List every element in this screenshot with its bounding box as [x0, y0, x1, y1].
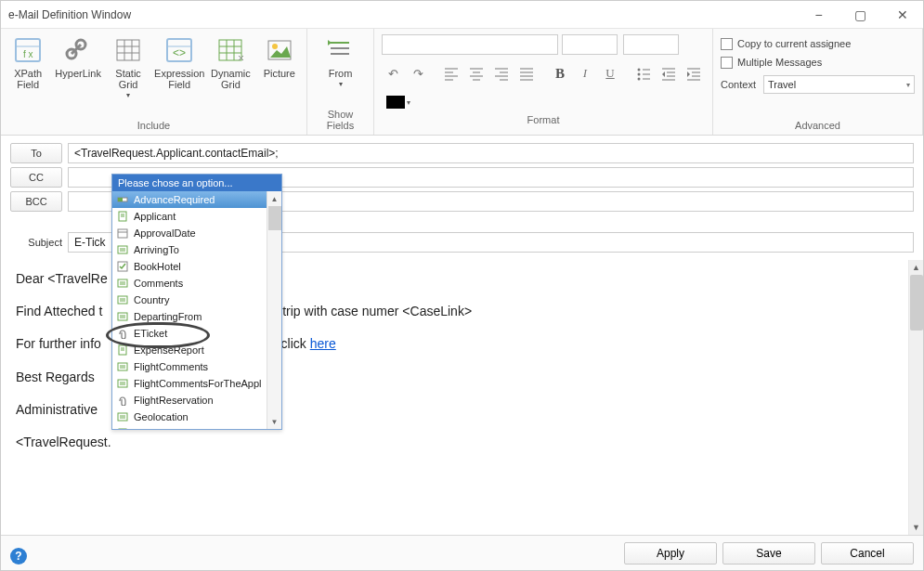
dynamic-grid-button[interactable]: Dynamic Grid	[209, 32, 252, 90]
picture-label: Picture	[264, 68, 295, 79]
checkbox-icon	[721, 38, 733, 50]
body-text: Best Regards	[16, 370, 95, 384]
body-text: Find Atteched t	[16, 304, 102, 318]
maximize-button[interactable]: ▢	[839, 1, 881, 29]
align-center-button[interactable]	[465, 62, 488, 84]
body-scrollbar[interactable]: ▲ ▼	[908, 260, 923, 535]
save-button[interactable]: Save	[722, 542, 815, 565]
popup-item-country[interactable]: Country	[112, 292, 281, 308]
popup-item-approvaldate[interactable]: ApprovalDate	[112, 225, 281, 241]
svg-rect-13	[219, 40, 241, 60]
from-button[interactable]: From ▾	[317, 32, 365, 88]
popup-item-expensereport[interactable]: ExpenseReport	[112, 342, 281, 358]
popup-item-comments[interactable]: Comments	[112, 275, 281, 292]
apply-button[interactable]: Apply	[624, 542, 717, 565]
font-size-select[interactable]	[562, 34, 618, 55]
svg-rect-58	[118, 229, 127, 238]
xpath-field-label: XPath Field	[7, 68, 49, 90]
scroll-up-icon: ▲	[267, 191, 281, 206]
scrollbar-thumb[interactable]	[268, 206, 281, 230]
txt-icon	[116, 360, 129, 373]
scrollbar-thumb[interactable]	[910, 275, 923, 331]
body-text: Administrative	[16, 402, 98, 417]
font-color-button[interactable]: ▾	[382, 93, 415, 111]
outdent-button[interactable]	[657, 62, 680, 84]
style-select[interactable]	[623, 34, 679, 55]
ribbon-group-include: f x XPath Field HyperLink Static Grid ▾	[1, 29, 307, 135]
popup-item-label: BookHotel	[134, 261, 181, 272]
popup-item-eticket[interactable]: ETicket	[112, 325, 281, 342]
svg-rect-76	[118, 363, 127, 370]
popup-item-flightcommentsfortheappl[interactable]: FlightCommentsForTheAppl	[112, 375, 281, 392]
svg-rect-67	[118, 296, 127, 304]
show-fields-group-title: Show Fields	[313, 109, 368, 133]
popup-item-bookhotel[interactable]: BookHotel	[112, 258, 281, 275]
bcc-button[interactable]: BCC	[10, 191, 62, 212]
static-grid-icon	[112, 34, 144, 66]
picture-button[interactable]: Picture	[258, 32, 301, 79]
popup-item-label: FlightComments	[134, 361, 208, 372]
svg-point-19	[272, 44, 278, 49]
svg-rect-70	[118, 313, 127, 320]
txt-icon	[116, 410, 129, 423]
svg-rect-79	[118, 380, 127, 387]
to-button[interactable]: To	[10, 143, 62, 163]
svg-point-41	[638, 73, 641, 76]
font-family-select[interactable]	[382, 34, 558, 55]
hyperlink-button[interactable]: HyperLink	[55, 32, 101, 79]
from-icon	[325, 34, 357, 66]
popup-item-hotel[interactable]: Hotel	[112, 425, 281, 429]
popup-item-advancerequired[interactable]: AdvanceRequired	[112, 191, 281, 208]
color-swatch-icon	[386, 96, 405, 109]
dynamic-grid-icon	[215, 34, 246, 66]
help-icon[interactable]: ?	[10, 548, 27, 565]
popup-item-applicant[interactable]: Applicant	[112, 208, 281, 225]
bold-button[interactable]: B	[549, 62, 571, 84]
align-left-button[interactable]	[440, 62, 462, 84]
multiple-messages-checkbox[interactable]: Multiple Messages	[721, 53, 915, 71]
align-right-button[interactable]	[490, 62, 513, 84]
popup-item-flightreservation[interactable]: FlightReservation	[112, 392, 281, 409]
from-label: From	[329, 68, 353, 79]
doc-icon	[116, 210, 129, 223]
cc-button[interactable]: CC	[10, 167, 62, 188]
close-button[interactable]: ✕	[881, 1, 923, 29]
minimize-button[interactable]: −	[798, 1, 839, 29]
popup-list: AdvanceRequiredApplicantApprovalDateArri…	[112, 191, 281, 429]
expression-field-label: Expression Field	[154, 68, 204, 90]
here-link[interactable]: here	[310, 336, 336, 351]
copy-assignee-checkbox[interactable]: Copy to current assignee	[721, 34, 915, 53]
static-grid-label: Static Grid	[107, 68, 150, 90]
underline-button[interactable]: U	[599, 62, 621, 84]
align-justify-button[interactable]	[515, 62, 538, 84]
popup-item-label: Country	[134, 294, 170, 305]
undo-button[interactable]: ↶	[382, 62, 404, 84]
titlebar: e-Mail Definition Window − ▢ ✕	[1, 1, 923, 29]
dynamic-grid-label: Dynamic Grid	[209, 68, 252, 90]
static-grid-button[interactable]: Static Grid ▾	[107, 32, 150, 99]
italic-button[interactable]: I	[574, 62, 596, 84]
popup-item-label: FlightReservation	[134, 395, 214, 406]
popup-item-departingfrom[interactable]: DepartingFrom	[112, 308, 281, 325]
popup-item-geolocation[interactable]: Geolocation	[112, 409, 281, 425]
expression-field-button[interactable]: <> Expression Field	[155, 32, 203, 90]
popup-item-arrivingto[interactable]: ArrivingTo	[112, 241, 281, 258]
txt-icon	[116, 277, 129, 290]
body-text: <TravelRequest.	[16, 435, 111, 449]
svg-point-39	[638, 69, 641, 71]
popup-item-flightcomments[interactable]: FlightComments	[112, 358, 281, 375]
redo-button[interactable]: ↷	[407, 62, 429, 84]
popup-scrollbar[interactable]: ▲ ▼	[267, 191, 281, 429]
copy-assignee-label: Copy to current assignee	[737, 38, 851, 49]
popup-item-label: DepartingFrom	[134, 311, 202, 322]
doc-icon	[116, 344, 129, 357]
indent-button[interactable]	[683, 62, 705, 84]
to-input[interactable]	[68, 143, 914, 163]
clip-icon	[116, 327, 129, 340]
body-text: click	[281, 336, 310, 351]
xpath-field-button[interactable]: f x XPath Field	[7, 32, 49, 90]
cancel-button[interactable]: Cancel	[821, 542, 914, 565]
context-select[interactable]: Travel ▾	[763, 75, 915, 94]
include-group-title: Include	[7, 120, 301, 133]
bullet-list-button[interactable]	[632, 62, 655, 84]
